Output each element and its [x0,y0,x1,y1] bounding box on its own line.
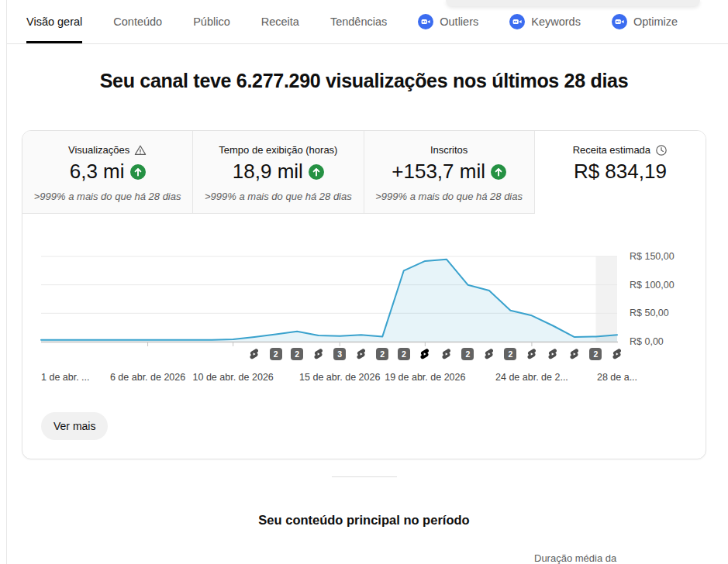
x-axis-label: 6 de abr. de 2026 [110,372,185,383]
top-content-heading: Seu conteúdo principal no período [0,513,728,528]
page-title: Seu canal teve 6.277.290 visualizações n… [0,70,728,92]
video-count-badge[interactable]: 2 [504,348,516,360]
video-count-label: 2 [504,348,516,360]
analytics-tabbar: Visão geral Conteúdo Público Receita Ten… [7,0,728,44]
video-count-badge[interactable]: 2 [376,348,388,360]
clock-icon [655,144,668,156]
metric-delta: >999% a mais do que há 28 dias [193,191,363,202]
video-count-badge[interactable]: 3 [333,348,346,360]
video-count-label: 2 [270,348,282,360]
shorts-icon[interactable] [419,348,431,360]
shorts-icon[interactable] [312,348,325,360]
tab-label: Outliers [440,15,478,28]
shorts-icon[interactable] [355,348,367,360]
vidiq-icon [418,14,433,29]
metric-delta: >999% a mais do que há 28 dias [22,191,192,202]
metric-value: +153,7 mil [392,160,485,184]
floating-panel-edge [446,0,700,6]
warning-icon [134,144,147,156]
metric-value: R$ 834,19 [574,160,667,184]
tab-label: Visão geral [26,15,82,28]
tab-optimize[interactable]: Optimize [612,0,678,43]
metric-label: Receita estimada [573,144,650,156]
x-axis-label: 28 de a... [597,372,637,383]
tab-receita[interactable]: Receita [261,0,299,43]
metric-card-subscribers[interactable]: Inscritos +153,7 mil >999% a mais do que… [364,131,535,214]
youtube-studio-analytics-page: Visão geral Conteúdo Público Receita Ten… [0,0,728,564]
y-axis-label: R$ 0,00 [630,336,701,347]
tab-label: Conteúdo [113,15,162,28]
y-axis-label: R$ 150,00 [630,251,701,262]
revenue-line [41,260,617,340]
ver-mais-button[interactable]: Ver mais [41,412,108,440]
trend-up-icon [491,164,506,180]
shorts-icon[interactable] [483,348,495,360]
vidiq-icon [509,14,525,29]
y-axis-label: R$ 100,00 [630,280,701,291]
shorts-icon[interactable] [611,348,623,360]
shorts-icon[interactable] [248,348,260,360]
video-count-badge[interactable]: 2 [291,348,303,360]
video-count-label: 3 [333,348,346,360]
y-axis-label: R$ 50,00 [630,308,701,318]
tab-publico[interactable]: Público [193,0,230,43]
tab-label: Optimize [633,15,678,28]
video-count-badge[interactable]: 2 [398,348,410,360]
video-count-badge[interactable]: 2 [461,348,474,360]
tab-tendencias[interactable]: Tendências [330,0,387,43]
tab-conteudo[interactable]: Conteúdo [113,0,162,43]
metric-card-revenue[interactable]: Receita estimada R$ 834,19 [535,131,706,214]
tab-outliers[interactable]: Outliers [418,0,478,43]
video-count-label: 2 [589,348,602,360]
trend-up-icon [130,164,146,180]
tab-visao-geral[interactable]: Visão geral [26,0,82,43]
table-column-header-partial: Duração média da [534,552,616,564]
x-axis-label: 1 de abr. ... [41,372,90,383]
tab-label: Público [193,15,230,28]
analytics-summary-card: Visualizações 6,3 mi >999% a mais do que… [22,130,706,459]
video-count-label: 2 [376,348,388,360]
tab-keywords[interactable]: Keywords [509,0,581,43]
tab-label: Receita [261,15,299,28]
metric-cards-row: Visualizações 6,3 mi >999% a mais do que… [22,131,706,214]
video-count-label: 2 [398,348,410,360]
video-count-badge[interactable]: 2 [270,348,282,360]
shorts-icon[interactable] [440,348,453,360]
trend-up-icon [309,164,324,180]
section-divider [332,476,397,477]
x-axis-label: 19 de abr. de 2026 [385,372,465,383]
x-axis-label: 10 de abr. de 2026 [193,372,274,383]
video-count-label: 2 [461,348,474,360]
shorts-icon[interactable] [568,348,581,360]
tab-label: Keywords [531,15,581,28]
metric-value: 18,9 mil [233,160,303,184]
metric-card-views[interactable]: Visualizações 6,3 mi >999% a mais do que… [22,131,193,214]
shorts-icon[interactable] [547,348,559,360]
video-count-badge[interactable]: 2 [589,348,602,360]
metric-value: 6,3 mi [70,160,125,184]
metric-card-watchtime[interactable]: Tempo de exibição (horas) 18,9 mil >999%… [193,131,364,214]
shorts-icon[interactable] [526,348,538,360]
metric-label: Tempo de exibição (horas) [219,144,337,156]
revenue-area [41,260,617,342]
metric-delta: >999% a mais do que há 28 dias [364,191,534,202]
x-axis-label: 24 de abr. de 2... [495,372,568,383]
video-count-label: 2 [291,348,303,360]
metric-label: Inscritos [430,144,468,156]
tab-label: Tendências [330,15,387,28]
vidiq-icon [612,14,627,29]
incomplete-data-band [595,256,617,342]
metric-label: Visualizações [68,144,129,156]
x-axis-label: 15 de abr. de 2026 [299,372,380,383]
